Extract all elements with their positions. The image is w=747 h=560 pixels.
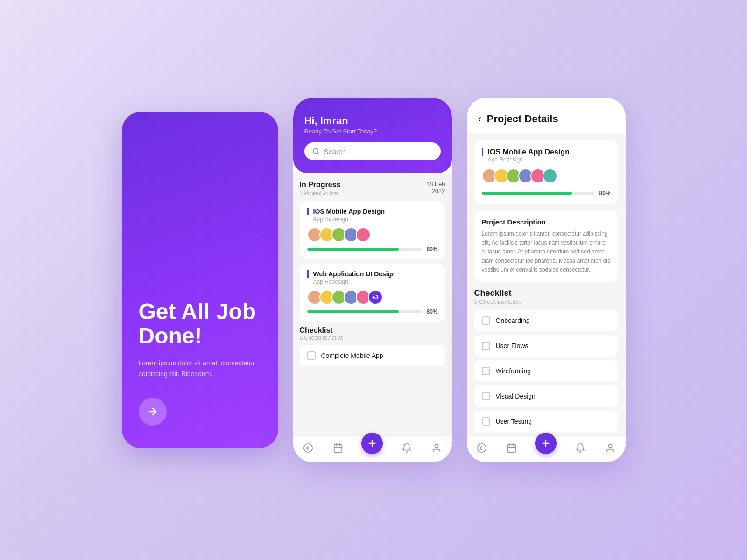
project-card-web[interactable]: Web Application UI Design App Redesign +… (300, 264, 445, 322)
detail-avatar-6 (543, 168, 557, 183)
nav-profile-icon[interactable] (430, 441, 443, 455)
in-progress-subtitle: 3 Project Active (300, 190, 341, 196)
svg-point-1 (313, 148, 318, 154)
bottom-nav-dashboard (293, 435, 452, 462)
progress-pct-ios: 80% (426, 246, 437, 252)
greeting-subtitle: Ready To Get Start Today? (304, 128, 441, 135)
avatar-5 (356, 227, 371, 242)
nav3-home-icon[interactable] (475, 441, 488, 455)
svg-rect-12 (508, 445, 516, 453)
svg-point-18 (609, 444, 612, 448)
description-card: Project Description Lorem ipsum dolor si… (474, 210, 618, 282)
add-button-details[interactable] (535, 433, 557, 454)
progress-row-web: 80% (307, 308, 438, 315)
checkbox3-0[interactable] (482, 316, 490, 325)
svg-point-11 (478, 444, 486, 452)
checkbox3-3[interactable] (482, 392, 490, 400)
nav3-calendar-icon[interactable] (505, 441, 518, 455)
onboarding-screen: Get All Job Done! Lorem ipsum dolor sit … (122, 112, 278, 448)
checklist3-label-1: User Flows (496, 342, 529, 350)
detail-avatars (482, 168, 611, 183)
nav-bell-icon[interactable] (400, 441, 413, 455)
detail-project-card: IOS Mobile App Design App Redesign 80% (474, 140, 618, 204)
search-placeholder: Search (324, 147, 346, 155)
checkbox3-4[interactable] (482, 417, 490, 426)
checklist3-subtitle: 5 Checklist Active (474, 298, 618, 305)
description-text: Lorem ipsum dolor sit amet, consectetur … (482, 230, 611, 274)
project-title-ios: IOS Mobile App Design (307, 208, 438, 215)
checklist3-title: Checklist (474, 288, 618, 298)
svg-rect-4 (334, 445, 342, 453)
checklist3-item-4[interactable]: User Testing (474, 411, 618, 432)
project-card-ios[interactable]: IOS Mobile App Design App Redesign 80% (300, 201, 445, 259)
project-details-title: Project Details (487, 113, 558, 125)
checklist-subtitle: 5 Checklist Active (300, 335, 445, 341)
checkbox3-2[interactable] (482, 367, 490, 375)
project-details-body: IOS Mobile App Design App Redesign 80% (467, 133, 626, 435)
checklist-item-0[interactable]: Complete Mobile App (300, 345, 445, 366)
screens-container: Get All Job Done! Lorem ipsum dolor sit … (122, 98, 626, 462)
detail-project-title: IOS Mobile App Design (482, 148, 611, 156)
checkbox3-1[interactable] (482, 342, 490, 350)
progress-fill-web (307, 310, 399, 313)
search-icon (312, 147, 320, 155)
progress-row-ios: 80% (307, 246, 438, 252)
project-sub-web: App Redesign (307, 279, 438, 285)
progress-bg-ios (307, 248, 422, 251)
checklist3-label-3: Visual Design (496, 392, 536, 400)
progress-pct-web: 80% (426, 308, 437, 315)
progress-bg-web (307, 310, 422, 313)
detail-progress-bg (482, 192, 595, 195)
in-progress-header: In Progress 3 Project Active 18 Feb 2022 (300, 181, 445, 196)
in-progress-date: 18 Feb 2022 (426, 181, 445, 195)
svg-point-10 (435, 444, 438, 448)
svg-line-2 (317, 153, 319, 154)
onboarding-description: Lorem ipsum dolor sit amet, consectetur … (139, 358, 261, 379)
nav-calendar-icon[interactable] (331, 441, 345, 455)
description-title: Project Description (482, 218, 611, 226)
checklist3-label-0: Onboarding (496, 317, 530, 324)
checklist3-item-1[interactable]: User Flows (474, 335, 618, 357)
checklist3-label-2: Wireframing (496, 367, 531, 375)
detail-progress-pct: 80% (599, 190, 610, 196)
checklist-section3: Checklist 5 Checklist Active Onboarding … (474, 288, 618, 432)
checklist3-label-4: User Testing (496, 418, 532, 425)
progress-fill-ios (307, 248, 399, 251)
dashboard-screen: Hi, Imran Ready To Get Start Today? Sear… (293, 98, 452, 462)
nav3-bell-icon[interactable] (574, 441, 587, 455)
detail-progress-fill (482, 192, 572, 195)
svg-point-3 (304, 444, 312, 452)
search-bar[interactable]: Search (304, 142, 441, 160)
checkbox-0[interactable] (307, 351, 316, 360)
greeting-name: Hi, Imran (304, 115, 441, 127)
detail-progress-row: 80% (482, 190, 611, 196)
project-details-header: ‹ Project Details (467, 98, 626, 133)
dashboard-body: In Progress 3 Project Active 18 Feb 2022… (293, 173, 452, 435)
in-progress-title: In Progress (300, 181, 341, 189)
avatar-extra: +3 (368, 290, 383, 305)
nav-home-icon[interactable] (302, 441, 315, 455)
back-button[interactable]: ‹ (478, 113, 481, 125)
project-details-screen: ‹ Project Details IOS Mobile App Design … (467, 98, 626, 462)
project-avatars-ios (307, 227, 438, 242)
checklist3-item-2[interactable]: Wireframing (474, 360, 618, 382)
bottom-nav-details (467, 435, 626, 462)
nav3-profile-icon[interactable] (604, 441, 617, 455)
dashboard-header: Hi, Imran Ready To Get Start Today? Sear… (293, 98, 452, 173)
checklist-section: Checklist 5 Checklist Active Complete Mo… (300, 326, 445, 366)
detail-project-sub: App Redesign (482, 156, 611, 163)
checklist3-item-3[interactable]: Visual Design (474, 385, 618, 407)
project-avatars-web: +3 (307, 290, 438, 305)
next-button[interactable] (139, 398, 167, 426)
checklist-label-0: Complete Mobile App (321, 352, 383, 359)
project-title-web: Web Application UI Design (307, 270, 438, 278)
checklist3-item-0[interactable]: Onboarding (474, 310, 618, 331)
project-sub-ios: App Redesign (307, 216, 438, 223)
checklist-title: Checklist (300, 326, 445, 335)
add-button[interactable] (361, 433, 383, 454)
onboarding-title: Get All Job Done! (139, 300, 261, 349)
